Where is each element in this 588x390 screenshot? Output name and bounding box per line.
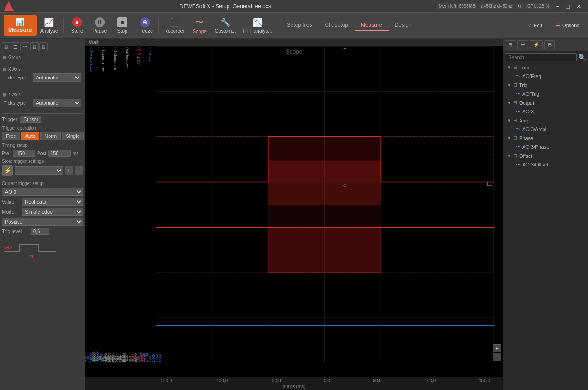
y-ticks-select[interactable]: Automatic Manual xyxy=(33,99,81,107)
tree-item-ampl[interactable]: ▼ ⊟ Ampl xyxy=(503,116,588,125)
trig-free-button[interactable]: Free xyxy=(2,132,20,140)
right-view-btn-2[interactable]: ☰ xyxy=(517,40,528,49)
analyse-button[interactable]: 📈 Analyse xyxy=(37,15,62,36)
store-plus-button[interactable]: + xyxy=(65,166,73,175)
tree-item-ao3[interactable]: 〜 AO 3 xyxy=(512,107,588,116)
tree-item-trig[interactable]: ▼ ⊟ Trig xyxy=(503,81,588,89)
trigger-ch-select[interactable]: AO 3 xyxy=(2,188,83,196)
tree-item-offset[interactable]: ▼ ⊟ Offset xyxy=(503,151,588,160)
wave-icon-6: 〜 xyxy=(516,161,520,168)
panel-icon-2[interactable]: ☰ xyxy=(11,42,19,51)
panel-icon-bar: ⊞ ☰ 〜 ⊟ ⊟ xyxy=(2,40,83,53)
tree-item-ao-freq[interactable]: 〜 AO/Freq xyxy=(512,72,588,81)
store-minus-button[interactable]: − xyxy=(75,166,83,175)
group-label: Group xyxy=(8,55,21,60)
value-select[interactable]: Real data xyxy=(22,198,83,206)
tree-item-ao3-phase[interactable]: 〜 AO 3/Phase xyxy=(512,142,588,151)
panel-icon-1[interactable]: ⊞ xyxy=(2,42,10,51)
pause-button[interactable]: ⏸ Pause xyxy=(88,15,111,36)
group-section[interactable]: Group xyxy=(2,53,83,61)
divider-4 xyxy=(2,178,83,178)
right-view-btn-3[interactable]: ⚡ xyxy=(530,40,543,49)
tab-measure[interactable]: Measure xyxy=(355,20,389,31)
y-ticks-label: Ticks type xyxy=(4,100,31,106)
polarity-select[interactable]: Positive xyxy=(2,218,83,226)
mode-select[interactable]: Simple edge xyxy=(22,208,83,216)
tree-item-freq[interactable]: ▼ ⊟ Freq xyxy=(503,63,588,72)
store-trigger-select[interactable] xyxy=(15,166,63,175)
panel-icon-5[interactable]: ⊟ xyxy=(39,42,48,51)
tab-ch-setup[interactable]: Ch. setup xyxy=(319,20,355,31)
tree-item-ao3-ampl[interactable]: 〜 AO 3/Ampl xyxy=(512,125,588,134)
post-value-input[interactable] xyxy=(48,150,71,157)
y-axis-ch5: AO/Trig (c) 5,9272,0000,00-2,000-5,927 xyxy=(132,46,144,363)
folder-icon-3: ⊟ xyxy=(513,100,517,106)
search-input[interactable] xyxy=(505,53,577,61)
measure-tab-button[interactable]: 📊 Measure xyxy=(4,15,37,36)
trig-single-button[interactable]: Single xyxy=(62,132,84,140)
scope-button[interactable]: 〜 Scope xyxy=(188,15,211,36)
tree-item-ao3-offset[interactable]: 〜 AO 3/Offset xyxy=(512,160,588,169)
ampl-label: Ampl xyxy=(519,118,530,123)
ticks-type-select[interactable]: Automatic Manual xyxy=(33,73,81,82)
x-tick-7: 150,0 xyxy=(479,378,490,383)
trig-level-label: Trig level xyxy=(2,229,29,234)
right-view-btn-4[interactable]: ⊟ xyxy=(544,40,555,49)
scope-icon: 〜 xyxy=(195,17,204,28)
edit-label: Edit xyxy=(534,23,542,28)
panel-icon-3[interactable]: 〜 xyxy=(20,42,29,51)
mode-label: Mode xyxy=(2,209,20,214)
scope-svg[interactable]: T L1 xyxy=(156,46,494,363)
y-axis-ch6: AO 3/(...) 5,0004,0002,0000,00-2,000-4,0… xyxy=(144,46,156,363)
maximize-button[interactable]: □ xyxy=(564,3,573,10)
tree-item-phase[interactable]: ▼ ⊟ Phase xyxy=(503,134,588,142)
store-trigger-section: Store trigger settings ⚡ + − xyxy=(2,159,83,176)
right-view-btn-1[interactable]: ⊞ xyxy=(505,40,515,49)
freeze-button[interactable]: ❄ Freeze xyxy=(134,15,156,36)
x-axis-unit-label: X axis (ms) xyxy=(89,383,499,389)
minimize-button[interactable]: − xyxy=(553,3,562,10)
tree-item-ao-trig[interactable]: 〜 AO/Trig xyxy=(512,89,588,98)
trig-auto-button[interactable]: Auto xyxy=(21,132,40,140)
folder-icon-4: ⊟ xyxy=(513,117,517,123)
zoom-out-button[interactable]: − xyxy=(493,353,501,361)
y-label-ch2: AO 3/Phase (°) xyxy=(101,47,105,72)
output-children: 〜 AO 3 xyxy=(503,107,588,116)
options-button[interactable]: ☰ Options xyxy=(551,21,584,30)
scope-area: Wait Scope AO 3/Offset (V) 5,00004,00002… xyxy=(85,39,503,390)
tab-design[interactable]: Design xyxy=(389,20,418,31)
recorder-icon: ⬛ xyxy=(170,17,180,27)
freeze-icon: ❄ xyxy=(140,17,150,27)
x-tick-5: 50,0 xyxy=(373,378,381,383)
system-info: Mem left: 6998MB a=50hz d=50hz ⚙ CPU: 25… xyxy=(437,3,584,10)
custom-button[interactable]: 🔧 Custom... xyxy=(211,15,239,36)
zoom-in-button[interactable]: + xyxy=(493,344,501,352)
trig-level-input[interactable] xyxy=(31,228,49,235)
store-button[interactable]: ● Store xyxy=(66,15,88,36)
panel-icon-4[interactable]: ⊟ xyxy=(30,42,39,51)
ao3-offset-label: AO 3/Offset xyxy=(522,162,548,167)
scope-label: Scope xyxy=(193,29,207,34)
pre-value-input[interactable] xyxy=(13,150,35,157)
ao-trig-label: AO/Trig xyxy=(522,91,539,97)
ampl-children: 〜 AO 3/Ampl xyxy=(503,125,588,134)
group-dot xyxy=(3,56,6,59)
close-button[interactable]: ✕ xyxy=(573,3,584,10)
store-trigger-icon: ⚡ xyxy=(2,165,13,176)
freq-label: Freq xyxy=(519,65,530,70)
x-axis-section[interactable]: X Axis xyxy=(2,65,83,73)
post-label: Post xyxy=(37,151,46,156)
y-label-ch5: AO/Trig (c) xyxy=(136,47,141,65)
trig-norm-button[interactable]: Norm xyxy=(40,132,61,140)
tab-setup-files[interactable]: Setup files xyxy=(280,20,318,31)
scope-canvas[interactable]: Scope AO 3/Offset (V) 5,00004,00002,0000… xyxy=(85,46,503,377)
edit-button[interactable]: ✓ Edit xyxy=(523,21,547,30)
stop-button[interactable]: ■ Stop xyxy=(111,15,134,36)
store-icon: ● xyxy=(72,17,82,27)
tree-item-output[interactable]: ▼ ⊟ Output xyxy=(503,98,588,107)
cpu-icon: ⚙ xyxy=(516,3,524,9)
y-axis-section[interactable]: Y Axis xyxy=(2,90,83,98)
ticks-type-row: Ticks type Automatic Manual xyxy=(4,73,81,82)
recorder-button[interactable]: ⬛ Recorder xyxy=(160,15,188,36)
fft-button[interactable]: 📉 FFT analys... xyxy=(239,15,276,36)
